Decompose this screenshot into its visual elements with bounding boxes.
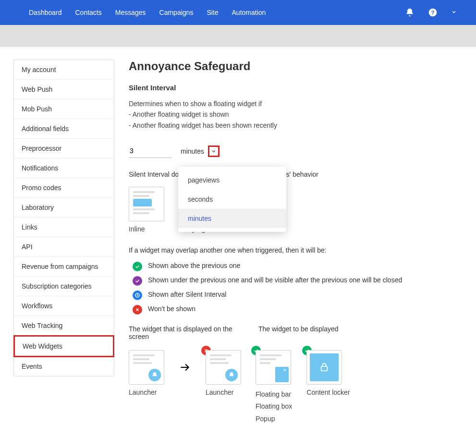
top-nav: Dashboard Contacts Messages Campaigns Si… [0, 0, 476, 25]
interval-unit-select[interactable]: minutes [181, 145, 220, 157]
sidebar-item-preprocessor[interactable]: Preprocessor [14, 139, 114, 158]
nav-messages[interactable]: Messages [115, 9, 146, 16]
svg-text:?: ? [431, 9, 434, 15]
legend-text-4: Won't be shown [148, 305, 195, 313]
dest-thumb-launcher [206, 350, 241, 385]
overlap-columns-header: The widget that is displayed on the scre… [129, 325, 463, 340]
sidebar-item-promo-codes[interactable]: Promo codes [14, 178, 114, 198]
thumb-label-inline: Inline [129, 225, 145, 233]
overlap-map-row: Launcher Launcher [129, 350, 463, 425]
src-thumb-label: Launcher [129, 388, 164, 396]
src-thumb-launcher [129, 350, 164, 385]
main-content: Annoyance Safeguard Silent Interval Dete… [129, 60, 463, 425]
close-icon [133, 305, 142, 315]
col-a-label: The widget that is displayed on the scre… [129, 325, 239, 340]
svg-rect-8 [321, 366, 328, 371]
sidebar-item-workflows[interactable]: Workflows [14, 296, 114, 316]
unit-option-minutes[interactable]: minutes [178, 209, 286, 228]
check-icon [133, 262, 142, 271]
settings-sidebar: My account Web Push Mob Push Additional … [13, 60, 114, 376]
sidebar-item-web-tracking[interactable]: Web Tracking [14, 316, 114, 336]
sidebar-item-api[interactable]: API [14, 237, 114, 257]
sidebar-item-links[interactable]: Links [14, 218, 114, 237]
dest-thumb-content-locker [306, 350, 342, 385]
check-icon [133, 276, 142, 286]
legend-text-1: Shown above the previous one [148, 262, 240, 269]
sidebar-item-revenue[interactable]: Revenue from campaigns [14, 257, 114, 277]
sidebar-item-additional-fields[interactable]: Additional fields [14, 119, 114, 139]
help-icon[interactable]: ? [428, 8, 438, 17]
dest-label-floating-box: Floating box [256, 400, 292, 412]
sidebar-item-web-widgets[interactable]: Web Widgets [13, 335, 114, 357]
sidebar-item-mob-push[interactable]: Mob Push [14, 99, 114, 119]
sidebar-item-laboratory[interactable]: Laboratory [14, 198, 114, 218]
desc-line-2: - Another floating widget is shown [129, 109, 463, 120]
unit-option-pageviews[interactable]: pageviews [178, 170, 286, 190]
dest-thumb-floating: ✕ [256, 350, 291, 385]
chevron-down-icon[interactable] [208, 145, 220, 157]
nav-campaigns[interactable]: Campaigns [159, 9, 194, 16]
overlap-legend: Shown above the previous one Shown under… [129, 262, 463, 315]
desc-line-3: - Another floating widget has been shown… [129, 120, 463, 131]
account-chevron-icon[interactable] [451, 9, 457, 16]
dest-label-content-locker: Content locker [306, 388, 350, 396]
col-b-label: The widget to be displayed [258, 325, 463, 340]
desc-line-1: Determines when to show a floating widge… [129, 98, 463, 109]
clock-icon [133, 291, 142, 300]
section-description: Determines when to show a floating widge… [129, 98, 463, 131]
nav-dashboard[interactable]: Dashboard [29, 9, 62, 16]
unit-dropdown: pageviews seconds minutes [178, 167, 286, 232]
section-title: Silent Interval [129, 84, 463, 92]
overlap-heading: If a widget may overlap another one when… [129, 246, 463, 254]
legend-text-3: Shown after Silent Interval [148, 291, 226, 298]
nav-contacts[interactable]: Contacts [75, 9, 102, 16]
sidebar-item-my-account[interactable]: My account [14, 60, 114, 80]
page-title: Annoyance Safeguard [129, 60, 463, 73]
arrow-icon [179, 350, 191, 385]
sub-bar [0, 25, 476, 47]
dest-label-floating-group: Floating bar Floating box Popup [256, 388, 292, 425]
unit-option-seconds[interactable]: seconds [178, 190, 286, 209]
interval-value-input[interactable] [129, 144, 172, 158]
thumb-inline [129, 187, 164, 221]
sidebar-item-notifications[interactable]: Notifications [14, 158, 114, 178]
sidebar-item-events[interactable]: Events [14, 357, 114, 376]
silent-interval-control: minutes [129, 144, 463, 158]
dest-label-floating-bar: Floating bar [256, 388, 292, 400]
bell-icon[interactable] [405, 8, 415, 17]
legend-text-2: Shown under the previous one and will be… [148, 276, 402, 284]
nav-items: Dashboard Contacts Messages Campaigns Si… [29, 9, 266, 16]
sidebar-item-subscription-categories[interactable]: Subscription categories [14, 277, 114, 296]
sidebar-item-web-push[interactable]: Web Push [14, 80, 114, 99]
nav-site[interactable]: Site [207, 9, 218, 16]
nav-automation[interactable]: Automation [232, 9, 266, 16]
dest-label-launcher: Launcher [206, 388, 241, 396]
interval-unit-label: minutes [181, 147, 204, 155]
dest-label-popup: Popup [256, 413, 292, 425]
